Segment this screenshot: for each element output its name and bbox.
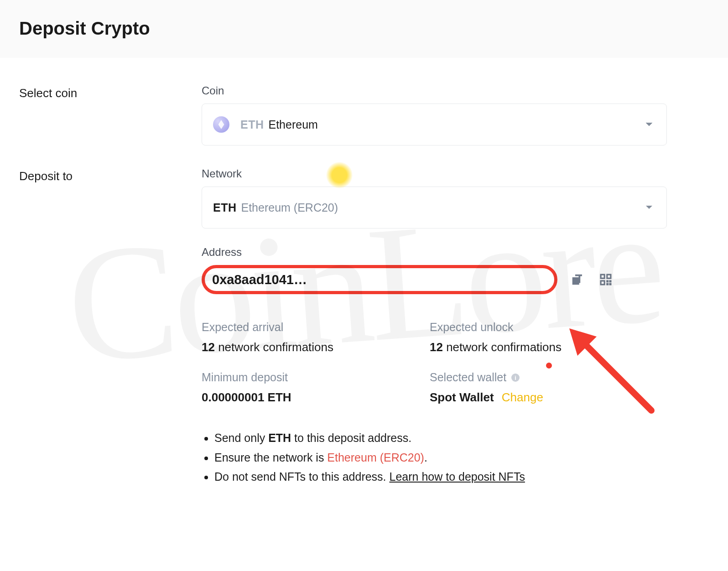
expected-unlock: Expected unlock 12 network confirmations	[430, 321, 658, 354]
coin-dropdown[interactable]: ETH Ethereum	[202, 104, 667, 145]
deposit-to-label: Deposit to	[19, 167, 202, 487]
note-emphasis: ETH	[268, 431, 291, 444]
expected-unlock-value: 12 network confirmations	[430, 340, 658, 354]
expected-unlock-count: 12	[430, 340, 443, 354]
network-field-label: Network	[202, 167, 667, 180]
chevron-down-icon	[645, 122, 653, 127]
learn-nft-link[interactable]: Learn how to deposit NFTs	[390, 470, 525, 483]
address-field-label: Address	[202, 246, 667, 259]
expected-arrival-label: Expected arrival	[202, 321, 430, 334]
address-block: Address 0xa8aad1041…	[202, 246, 667, 294]
minimum-deposit: Minimum deposit 0.00000001 ETH	[202, 371, 430, 405]
page-header: Deposit Crypto	[0, 0, 728, 58]
selected-wallet-name: Spot Wallet	[430, 390, 494, 404]
selected-wallet-label: Selected wallet i	[430, 371, 658, 384]
svg-rect-5	[602, 281, 604, 284]
minimum-deposit-value: 0.00000001 ETH	[202, 390, 430, 405]
ethereum-icon	[213, 116, 229, 133]
svg-rect-7	[609, 280, 612, 282]
svg-rect-8	[606, 283, 608, 286]
note-nft: Do not send NFTs to this address. Learn …	[214, 467, 667, 487]
expected-arrival-value: 12 network confirmations	[202, 340, 430, 354]
deposit-notes: Send only ETH to this deposit address. E…	[202, 428, 667, 487]
coin-symbol: ETH	[240, 118, 264, 131]
selected-wallet-label-text: Selected wallet	[430, 371, 506, 384]
page-title: Deposit Crypto	[19, 18, 709, 39]
deposit-to-row: Deposit to Network ETH Ethereum (ERC20) …	[19, 167, 709, 487]
content: Select coin Coin ETH Ethereum Deposit to…	[0, 58, 728, 487]
deposit-address[interactable]: 0xa8aad1041…	[202, 265, 557, 294]
note-text: Do not send NFTs to this address.	[214, 470, 390, 483]
note-send-only: Send only ETH to this deposit address.	[214, 428, 667, 448]
change-wallet-link[interactable]: Change	[502, 390, 543, 404]
svg-rect-9	[609, 283, 612, 286]
note-text: Send only	[214, 431, 268, 444]
svg-rect-6	[606, 280, 608, 282]
address-row: 0xa8aad1041…	[202, 265, 667, 294]
network-name: Ethereum (ERC20)	[241, 201, 338, 214]
note-text: .	[424, 451, 427, 464]
select-coin-row: Select coin Coin ETH Ethereum	[19, 84, 709, 145]
expected-arrival-suffix: network confirmations	[218, 340, 333, 354]
deposit-info-grid: Expected arrival 12 network confirmation…	[202, 321, 667, 405]
svg-rect-3	[608, 275, 610, 278]
note-network: Ensure the network is Ethereum (ERC20).	[214, 448, 667, 467]
select-coin-label: Select coin	[19, 84, 202, 145]
chevron-down-icon	[645, 205, 653, 210]
coin-name: Ethereum	[269, 118, 318, 131]
expected-unlock-suffix: network confirmations	[446, 340, 562, 354]
network-symbol: ETH	[213, 201, 237, 214]
coin-field-label: Coin	[202, 84, 667, 97]
copy-address-button[interactable]	[569, 271, 586, 288]
note-text: to this deposit address.	[291, 431, 411, 444]
selected-wallet-value: Spot Wallet Change	[430, 390, 658, 405]
expected-unlock-label: Expected unlock	[430, 321, 658, 334]
expected-arrival: Expected arrival 12 network confirmation…	[202, 321, 430, 354]
selected-wallet: Selected wallet i Spot Wallet Change	[430, 371, 658, 405]
expected-arrival-count: 12	[202, 340, 215, 354]
qr-code-button[interactable]	[598, 271, 614, 288]
info-icon[interactable]: i	[511, 373, 520, 382]
address-value: 0xa8aad1041…	[212, 272, 307, 287]
network-dropdown[interactable]: ETH Ethereum (ERC20)	[202, 187, 667, 228]
svg-rect-1	[602, 275, 604, 278]
minimum-deposit-label: Minimum deposit	[202, 371, 430, 384]
note-emphasis-network: Ethereum (ERC20)	[327, 451, 424, 464]
svg-text:i: i	[515, 374, 516, 381]
note-text: Ensure the network is	[214, 451, 327, 464]
